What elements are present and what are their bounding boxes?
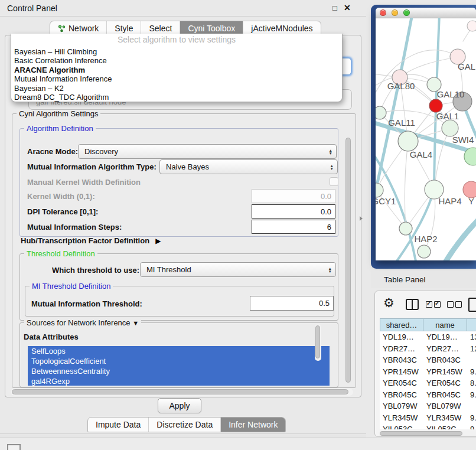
table-cell: YDL19… (380, 332, 423, 341)
network-canvas[interactable]: GALGAL80GAL10GAL1GAL11SWI4GAL4GCY1HAP4YH… (376, 18, 476, 260)
table-cell: 9. (467, 425, 476, 429)
network-node[interactable] (467, 21, 476, 31)
network-node[interactable] (429, 99, 442, 112)
control-panel-title: Control Panel (7, 4, 57, 13)
tab-infer-network[interactable]: Infer Network (220, 418, 285, 432)
network-node[interactable] (399, 222, 412, 235)
tab-discretize-data[interactable]: Discretize Data (148, 418, 220, 432)
select-all-checkboxes-icon[interactable] (426, 301, 442, 312)
table-row[interactable]: YBL079WYBL079W (380, 400, 476, 412)
table-cell: YBR045C (380, 390, 423, 399)
aracne-mode-combo[interactable]: Discovery (78, 144, 337, 159)
attribute-item[interactable]: gal4RGexp (28, 376, 330, 386)
minimized-panel-icon[interactable] (7, 444, 21, 450)
table-row[interactable]: YDR27…YDR27…12 (380, 343, 476, 355)
apply-button[interactable]: Apply (158, 398, 201, 413)
settings-horizontal-thumb[interactable] (12, 389, 348, 394)
table-cell: 9. (467, 367, 476, 376)
network-node[interactable] (463, 181, 476, 198)
attribute-item[interactable]: SelfLoops (28, 346, 330, 356)
which-threshold-combo[interactable]: MI Threshold (140, 262, 336, 277)
cyni-algorithm-settings-title: Cyni Algorithm Settings (17, 109, 100, 118)
column-header[interactable]: shared… (380, 318, 423, 331)
data-attributes-list[interactable]: SelfLoopsTopologicalCoefficientBetweenne… (28, 346, 330, 386)
node-label: HAP4 (438, 196, 461, 206)
gear-icon[interactable]: ⚙ (383, 296, 395, 310)
algorithm-option[interactable]: Basic Correlation Inference (11, 56, 342, 65)
data-attributes-label: Data Attributes (24, 332, 79, 341)
algorithm-option[interactable]: ARACNE Algorithm (11, 66, 342, 74)
mac-close-icon[interactable] (380, 9, 386, 16)
network-edge[interactable] (405, 141, 408, 229)
kernel-width-field[interactable]: 0.0 (252, 189, 335, 203)
table-cell: YBR043C (423, 356, 467, 364)
close-panel-icon[interactable]: ✕ (344, 3, 351, 12)
algorithm-option[interactable]: Bayesian – Hill Climbing (11, 47, 342, 56)
sources-title[interactable]: Sources for Network Inference ▼ (24, 318, 141, 327)
network-edge[interactable] (445, 217, 476, 260)
columns-icon[interactable] (406, 299, 419, 310)
table-cell: YPR145W (423, 367, 467, 376)
attributes-scrollbar-thumb[interactable] (315, 325, 320, 358)
network-window-titlebar[interactable] (376, 8, 476, 18)
manual-kernel-label: Manual Kernel Width Definition (27, 178, 141, 187)
control-panel-titlebar: Control Panel □ ✕ (0, 0, 366, 17)
dpi-tolerance-label: DPI Tolerance [0,1]: (27, 207, 98, 216)
hub-definition-toggle[interactable]: Hub/Transcription Factor Definition ▶ (21, 236, 161, 245)
mac-zoom-icon[interactable] (403, 9, 410, 16)
network-node[interactable] (376, 183, 383, 197)
network-view-window[interactable]: GALGAL80GAL10GAL1GAL11SWI4GAL4GCY1HAP4YH… (376, 8, 476, 260)
algorithm-option[interactable]: Mutual Information Inference (11, 74, 342, 83)
mi-type-combo[interactable]: Naive Bayes (159, 159, 338, 174)
settings-horizontal-scrollbar[interactable] (11, 389, 353, 396)
manual-kernel-checkbox[interactable] (330, 177, 338, 186)
table-cell: YER054C (380, 379, 423, 387)
network-node[interactable] (418, 245, 431, 258)
cyni-algorithm-settings-group: Cyni Algorithm Settings Algorithm Defini… (12, 113, 356, 388)
table-row[interactable]: YER054CYER054C8. (380, 377, 476, 389)
attribute-item[interactable]: BetweennessCentrality (28, 366, 330, 376)
column-header[interactable] (467, 318, 476, 331)
table-panel-title: Table Panel (384, 275, 426, 284)
node-label: GAL10 (437, 89, 465, 99)
attribute-item[interactable]: TopologicalCoefficient (28, 356, 330, 366)
network-node[interactable] (398, 131, 418, 151)
float-panel-icon[interactable]: □ (332, 4, 337, 12)
network-icon (58, 25, 66, 32)
network-node[interactable] (442, 120, 458, 136)
table-cell: YBL079W (423, 402, 467, 410)
panel-collapse-arrow-icon[interactable] (360, 216, 363, 221)
table-cell: YBL079W (380, 402, 423, 410)
node-label: GAL80 (387, 81, 415, 91)
table-mode-icon[interactable] (468, 298, 476, 312)
mac-minimize-icon[interactable] (392, 9, 398, 16)
tab-label: Cyni Toolbox (188, 24, 235, 33)
table-row[interactable]: YBR045CYBR045C9. (380, 389, 476, 401)
deselect-all-checkboxes-icon[interactable] (447, 301, 464, 312)
table-row[interactable]: YDL19…YDL19…13 (380, 331, 476, 343)
table-row[interactable]: YIL053CYIL053C9. (380, 423, 476, 429)
algorithm-option[interactable]: Bayesian – K2 (11, 84, 342, 93)
dpi-tolerance-field[interactable]: 0.0 (252, 204, 335, 219)
column-header[interactable]: name (423, 318, 467, 331)
table-horizontal-scrollbar[interactable] (379, 431, 476, 437)
table-horizontal-thumb[interactable] (380, 431, 462, 436)
tab-impute-data[interactable]: Impute Data (88, 418, 148, 432)
spinner-icon (328, 267, 332, 273)
algorithm-dropdown-popup: Select algorithm to view settings Bayesi… (11, 34, 343, 102)
mi-steps-field[interactable]: 6 (252, 220, 335, 234)
screen: Control Panel □ ✕ NetworkStyleSelectCyni… (0, 0, 476, 450)
table-row[interactable]: YPR145WYPR145W9. (380, 366, 476, 378)
settings-vertical-scrollbar[interactable] (345, 138, 351, 383)
attributes-scrollbar-track[interactable] (315, 324, 321, 361)
which-threshold-label: Which threshold to use: (52, 266, 139, 275)
network-node[interactable] (376, 106, 386, 119)
mi-threshold-field[interactable]: 0.5 (250, 296, 334, 311)
algorithm-option[interactable]: Dream8 DC_TDC Algorithm (11, 93, 342, 102)
table-cell: 8. (467, 379, 476, 387)
table-cell: 13 (467, 332, 476, 341)
mi-steps-label: Mutual Information Steps: (27, 223, 122, 231)
table-row[interactable]: YBR043CYBR043C (380, 354, 476, 366)
node-label: HAP2 (414, 234, 437, 244)
table-row[interactable]: YLR345WYLR345W9. (380, 412, 476, 424)
